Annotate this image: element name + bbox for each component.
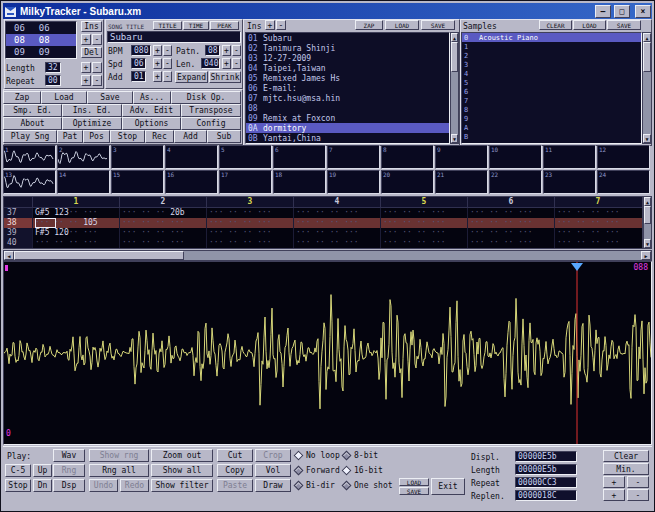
pattern-cell[interactable]: ··· ·· ·· ··· — [206, 218, 293, 228]
instrument-row[interactable]: 09Remix at Foxcon — [246, 113, 449, 123]
zoom-out-button[interactable]: Zoom out — [151, 449, 213, 462]
sample-row[interactable]: 4 — [462, 69, 641, 78]
instrument-row[interactable]: 05Remixed James Hs — [246, 73, 449, 83]
sample-editor[interactable]: 088 0 — [3, 261, 652, 445]
repeat-plus-button[interactable]: + — [603, 476, 625, 488]
stop-button[interactable]: Stop — [5, 479, 31, 492]
add-plus-button[interactable]: + — [153, 71, 162, 82]
scroll-down-icon[interactable]: ▼ — [644, 239, 651, 248]
len-plus-button[interactable]: + — [222, 58, 231, 69]
pattern-cell[interactable]: ··· ·· ·· ··· — [293, 208, 380, 218]
instrument-row[interactable]: 07mjtc.hsu@msa.hin — [246, 93, 449, 103]
vol-button[interactable]: Vol — [255, 464, 291, 477]
menu-button-about[interactable]: About — [3, 117, 62, 130]
channel-number[interactable]: 3 — [206, 197, 293, 207]
exit-button[interactable]: Exit — [431, 478, 465, 495]
loop-option-forward[interactable]: Forward — [295, 466, 340, 475]
dsp-button[interactable]: Dsp — [53, 479, 85, 492]
instrument-thumbnail[interactable]: 16 — [165, 170, 218, 194]
pattern-cell[interactable]: F#5 120·· ··· — [32, 228, 119, 238]
rng-all-button[interactable]: Rng all — [89, 464, 149, 477]
loop-option-no-loop[interactable]: No loop — [295, 451, 340, 460]
scroll-up-icon[interactable]: ▲ — [643, 33, 651, 42]
shrink-button[interactable]: Shrink — [209, 71, 241, 83]
position-row[interactable]: 0808 — [6, 34, 76, 46]
menu-button-save[interactable]: Save — [87, 91, 133, 104]
sample-row[interactable]: 5 — [462, 78, 641, 87]
song-repeat-minus-button[interactable]: - — [92, 75, 102, 86]
instrument-thumbnail[interactable]: 21 — [435, 170, 488, 194]
menu-button-add[interactable]: Add — [174, 130, 207, 143]
repeat-minus-button[interactable]: - — [627, 476, 649, 488]
position-list[interactable]: 060608080909 — [5, 21, 77, 59]
sample-save-button[interactable]: SAVE — [399, 487, 429, 495]
position-plus-button[interactable]: + — [81, 34, 91, 45]
pattern-hscrollbar[interactable]: ◀ ▶ — [3, 250, 652, 261]
len-minus-button[interactable]: - — [232, 58, 241, 69]
loop-option-bi-dir[interactable]: Bi-dir — [295, 481, 335, 490]
ins-save-button[interactable]: SAVE — [421, 20, 455, 30]
bit-option-16-bit[interactable]: 16-bit — [343, 466, 383, 475]
instrument-thumbnail[interactable]: 23 — [543, 170, 596, 194]
instrument-thumbnail[interactable]: 18 — [273, 170, 326, 194]
instrument-thumbnail[interactable]: 20 — [381, 170, 434, 194]
copy-button[interactable]: Copy — [217, 464, 253, 477]
loop-option-one-shot[interactable]: One shot — [343, 481, 393, 490]
ins-load-button[interactable]: LOAD — [385, 20, 419, 30]
channel-number[interactable]: 7 — [554, 197, 641, 207]
time-tab-button[interactable]: TIME — [183, 21, 209, 30]
add-minus-button[interactable]: - — [163, 71, 172, 82]
up-button[interactable]: Up — [33, 464, 52, 477]
peak-tab-button[interactable]: PEAK — [210, 21, 239, 30]
instrument-row[interactable]: 01Subaru — [246, 33, 449, 43]
pattern-cell[interactable]: ··· ·· ·· ··· — [554, 208, 641, 218]
menu-button-stop[interactable]: Stop — [110, 130, 145, 143]
instrument-thumbnail[interactable]: 11 — [543, 145, 596, 169]
instrument-row[interactable]: 02Tanimura Shinji — [246, 43, 449, 53]
bpm-plus-button[interactable]: + — [153, 45, 162, 56]
titlebar[interactable]: MilkyTracker - Subaru.xm — □ × — [3, 3, 652, 19]
pattern-cell[interactable]: ··· ·· ·· ··· — [293, 228, 380, 238]
pattern-editor[interactable]: 123456737G#5 123·· ······ ·· ·· 20b··· ·… — [3, 196, 643, 249]
scroll-down-icon[interactable]: ▼ — [451, 134, 458, 143]
instrument-thumbnail[interactable]: 12 — [597, 145, 650, 169]
scroll-left-icon[interactable]: ◀ — [4, 251, 14, 260]
sample-row[interactable]: A — [462, 123, 641, 132]
spd-minus-button[interactable]: - — [163, 58, 172, 69]
rng-button[interactable]: Rng — [53, 464, 85, 477]
menu-button-config[interactable]: Config — [181, 117, 241, 130]
sample-row[interactable]: 9 — [462, 114, 641, 123]
instrument-thumbnail[interactable]: 1 — [3, 145, 56, 169]
menu-button-as[interactable]: As... — [133, 91, 171, 104]
sample-row[interactable]: 3 — [462, 60, 641, 69]
pattern-cell[interactable]: G#5 123·· ··· — [32, 208, 119, 218]
scrollbar-thumb[interactable] — [643, 42, 651, 72]
pattern-cell[interactable]: ··· ·· ·· ··· — [467, 208, 554, 218]
menu-button-rec[interactable]: Rec — [145, 130, 174, 143]
patn-minus-button[interactable]: - — [232, 45, 241, 56]
pattern-cell[interactable]: ··· ·· ·· ··· — [119, 228, 206, 238]
pattern-row[interactable]: 39F#5 120·· ······ ·· ·· ······ ·· ·· ··… — [4, 228, 642, 238]
instrument-row[interactable]: 0BYantai,China — [246, 133, 449, 143]
samples-save-button[interactable]: SAVE — [607, 20, 641, 30]
instrument-thumbnail[interactable]: 17 — [219, 170, 272, 194]
spd-plus-button[interactable]: + — [153, 58, 162, 69]
instrument-thumbnail[interactable]: 4 — [165, 145, 218, 169]
instrument-row[interactable]: 06E-mail: — [246, 83, 449, 93]
min-button[interactable]: Min. — [603, 463, 649, 475]
pattern-cell[interactable]: ··· ·· ·· ··· — [119, 218, 206, 228]
scroll-up-icon[interactable]: ▲ — [644, 197, 651, 206]
instrument-thumbnail[interactable]: 7 — [327, 145, 380, 169]
pattern-cell[interactable]: ··· ·· ·· ··· — [380, 208, 467, 218]
menu-button-transpose[interactable]: Transpose — [181, 104, 241, 117]
scroll-down-icon[interactable]: ▼ — [643, 134, 651, 143]
sample-row[interactable]: B — [462, 132, 641, 141]
pattern-cell[interactable]: ··· ·· ·· ··· — [467, 218, 554, 228]
expand-button[interactable]: Expand — [175, 71, 208, 83]
pattern-cell[interactable]: ··· ·· ·· ··· — [206, 208, 293, 218]
show-rng-button[interactable]: Show rng — [89, 449, 149, 462]
show-filter-button[interactable]: Show filter — [151, 479, 213, 492]
samples-clear-button[interactable]: CLEAR — [539, 20, 572, 30]
samples-load-button[interactable]: LOAD — [573, 20, 606, 30]
pattern-cell[interactable]: ··· ·· ·· ··· — [467, 228, 554, 238]
